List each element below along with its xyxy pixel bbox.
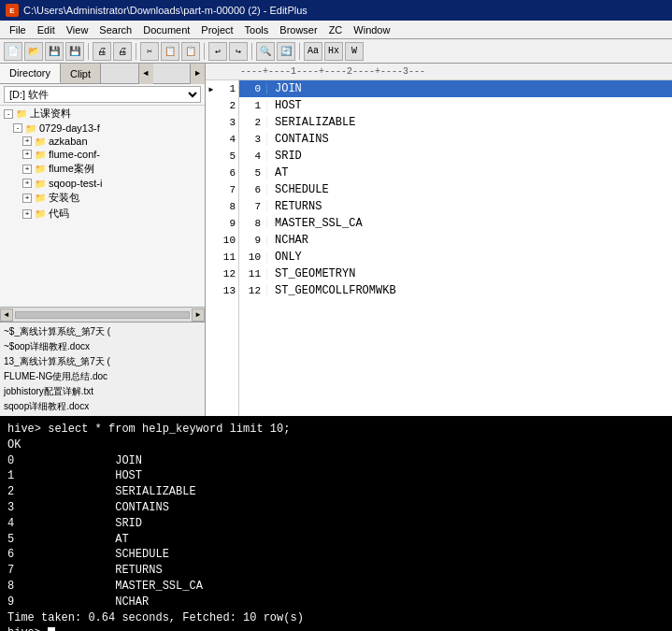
- tree-item-shang-ke-zi-liao[interactable]: - 📁 上课资料: [0, 106, 205, 122]
- save-all-btn[interactable]: 💾: [65, 42, 84, 61]
- undo-btn[interactable]: ↩: [208, 42, 227, 61]
- print-btn[interactable]: 🖨: [93, 42, 111, 61]
- tree-item-install-pkg[interactable]: + 📁 安装包: [0, 190, 205, 206]
- tree-item-flume-cases[interactable]: + 📁 flume案例: [0, 161, 205, 177]
- code-keyword: AT: [267, 166, 288, 179]
- copy-btn[interactable]: 📋: [161, 42, 179, 61]
- font-btn[interactable]: Aa: [304, 42, 322, 61]
- code-row: 5AT: [239, 165, 672, 181]
- menu-bar: File Edit View Search Document Project T…: [0, 21, 672, 39]
- menu-view[interactable]: View: [61, 23, 94, 36]
- code-keyword: ONLY: [267, 251, 302, 264]
- menu-search[interactable]: Search: [93, 23, 137, 36]
- line-number: 5: [217, 151, 238, 162]
- code-row: 12ST_GEOMCOLLFROMWKB: [239, 282, 672, 299]
- top-split: Directory Clipt ◄ ► [D:] 软件 - 📁: [0, 64, 672, 416]
- expand-btn-2[interactable]: -: [13, 123, 22, 133]
- file-item-4[interactable]: jobhistory配置详解.txt: [2, 384, 198, 399]
- word-wrap-btn[interactable]: W: [345, 42, 364, 61]
- paste-btn[interactable]: 📋: [181, 42, 200, 61]
- file-item-0[interactable]: ~$_离线计算系统_第7天 (: [2, 324, 198, 339]
- line-row: 2: [206, 97, 238, 114]
- tree-item-0729[interactable]: - 📁 0729-day13-f: [0, 122, 205, 135]
- expand-btn-3[interactable]: +: [22, 136, 32, 146]
- code-row: 10ONLY: [239, 249, 672, 265]
- terminal-line: Time taken: 0.64 seconds, Fetched: 10 ro…: [7, 610, 665, 626]
- code-index: 9: [239, 235, 267, 246]
- code-row: 11ST_GEOMETRYN: [239, 265, 672, 282]
- drive-dropdown[interactable]: [D:] 软件: [4, 86, 201, 103]
- expand-btn-5[interactable]: +: [22, 165, 32, 174]
- expand-btn-7[interactable]: +: [22, 194, 32, 203]
- file-item-3[interactable]: FLUME-NG使用总结.doc: [2, 369, 198, 384]
- code-keyword: CONTAINS: [267, 133, 329, 146]
- line-arrow: ▶: [206, 85, 217, 93]
- find-btn[interactable]: 🔍: [256, 42, 275, 61]
- terminal-line: 0 JOIN: [7, 453, 665, 469]
- tree-item-azkaban[interactable]: + 📁 azkaban: [0, 135, 205, 148]
- save-btn[interactable]: 💾: [45, 42, 64, 61]
- scroll-left-btn[interactable]: ◄: [0, 308, 13, 322]
- menu-tools[interactable]: Tools: [239, 23, 275, 36]
- code-keyword: MASTER_SSL_CA: [267, 217, 363, 230]
- folder-icon-7: 📁: [34, 193, 47, 204]
- line-row: ▶1: [206, 80, 238, 97]
- tab-directory[interactable]: Directory: [0, 64, 61, 83]
- menu-zc[interactable]: ZC: [323, 23, 349, 36]
- sidebar-horizontal-scroll[interactable]: ◄ ►: [0, 307, 205, 322]
- redo-btn[interactable]: ↪: [229, 42, 248, 61]
- toolbar-separator-1: [88, 43, 89, 60]
- folder-icon-5: 📁: [34, 164, 47, 175]
- file-item-1[interactable]: ~$oop详细教程.docx: [2, 339, 198, 354]
- line-row: 4: [206, 131, 238, 148]
- folder-icon-3: 📁: [34, 136, 47, 147]
- code-keyword: ST_GEOMCOLLFROMWKB: [267, 284, 396, 297]
- new-file-btn[interactable]: 📄: [4, 42, 22, 61]
- line-row: 11: [206, 249, 238, 265]
- title-bar: E C:\Users\Administrator\Downloads\part-…: [0, 0, 672, 21]
- replace-btn[interactable]: 🔄: [277, 42, 295, 61]
- menu-file[interactable]: File: [4, 23, 32, 36]
- menu-document[interactable]: Document: [137, 23, 195, 36]
- hex-btn[interactable]: Hx: [324, 42, 343, 61]
- cut-btn[interactable]: ✂: [140, 42, 159, 61]
- file-tree: - 📁 上课资料 - 📁 0729-day13-f +: [0, 106, 205, 307]
- code-keyword: RETURNS: [267, 200, 322, 213]
- menu-browser[interactable]: Browser: [274, 23, 322, 36]
- scroll-track[interactable]: [15, 311, 190, 319]
- menu-project[interactable]: Project: [195, 23, 238, 36]
- expand-btn-1[interactable]: -: [4, 109, 13, 119]
- menu-window[interactable]: Window: [348, 23, 395, 36]
- sidebar-scroll-right[interactable]: ►: [190, 64, 205, 84]
- toolbar-separator-4: [251, 43, 252, 60]
- terminal-line: 7 RETURNS: [7, 563, 665, 579]
- line-number: 4: [217, 134, 238, 145]
- expand-btn-4[interactable]: +: [22, 150, 32, 159]
- window-title: C:\Users\Administrator\Downloads\part-m-…: [23, 5, 307, 16]
- menu-edit[interactable]: Edit: [32, 23, 61, 36]
- editor-content[interactable]: ▶12345678910111213 0JOIN1HOST2SERIALIZAB…: [206, 80, 672, 416]
- code-row: 9NCHAR: [239, 232, 672, 249]
- code-keyword: NCHAR: [267, 234, 308, 247]
- file-item-2[interactable]: 13_离线计算系统_第7天 (: [2, 354, 198, 369]
- tree-item-code[interactable]: + 📁 代码: [0, 206, 205, 222]
- print2-btn[interactable]: 🖨: [113, 42, 132, 61]
- sidebar-scroll-left[interactable]: ◄: [138, 64, 153, 84]
- terminal-line: hive> select * from help_keyword limit 1…: [7, 422, 665, 437]
- app-icon: E: [6, 4, 19, 17]
- tab-clipt[interactable]: Clipt: [61, 64, 101, 83]
- scroll-right-btn[interactable]: ►: [192, 308, 205, 322]
- expand-btn-8[interactable]: +: [22, 209, 32, 219]
- tree-item-flume-conf[interactable]: + 📁 flume-conf-: [0, 148, 205, 161]
- code-column: 0JOIN1HOST2SERIALIZABLE3CONTAINS4SRID5AT…: [239, 80, 672, 416]
- file-item-5[interactable]: sqoop详细教程.docx: [2, 399, 198, 414]
- code-index: 8: [239, 218, 267, 229]
- tree-item-sqoop-test[interactable]: + 📁 sqoop-test-i: [0, 177, 205, 190]
- code-index: 2: [239, 117, 267, 128]
- expand-btn-6[interactable]: +: [22, 179, 32, 188]
- code-index: 3: [239, 134, 267, 145]
- folder-icon-2: 📁: [24, 122, 37, 134]
- open-btn[interactable]: 📂: [24, 42, 43, 61]
- code-row: 8MASTER_SSL_CA: [239, 215, 672, 232]
- line-row: 5: [206, 148, 238, 165]
